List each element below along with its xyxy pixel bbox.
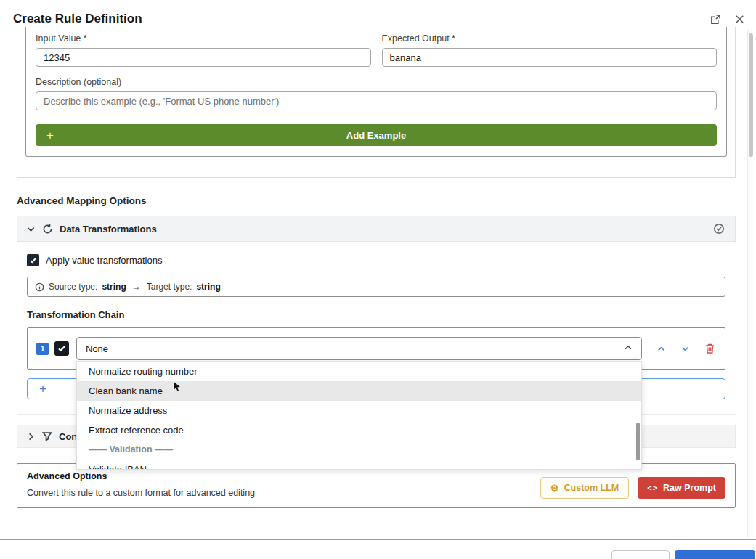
data-transformations-accordion: Data Transformations Apply value transfo… (17, 216, 736, 415)
dropdown-scrollbar[interactable] (636, 423, 640, 460)
filter-icon (42, 431, 52, 441)
transformation-select[interactable]: None (76, 337, 642, 360)
move-step-up-icon[interactable] (657, 344, 666, 354)
advanced-options-heading: Advanced Options (27, 471, 540, 481)
data-transformations-label: Data Transformations (60, 224, 157, 234)
apply-transformations-label: Apply value transformations (46, 255, 162, 266)
create-rule-definition-dialog: Create Rule Definition Add New Example I… (0, 0, 756, 559)
chevron-right-icon (26, 432, 36, 441)
check-circle-icon (713, 223, 725, 234)
delete-step-icon[interactable] (704, 343, 715, 354)
expected-output-field[interactable] (382, 48, 718, 67)
step-enabled-checkbox[interactable] (54, 341, 69, 356)
transformation-select-value: None (86, 343, 624, 354)
chain-step-row: 1 None (36, 337, 716, 360)
info-icon (35, 282, 44, 292)
plus-icon: + (46, 129, 54, 142)
advanced-options-card: Advanced Options Convert this rule to a … (17, 463, 736, 508)
arrow-right-icon: → (132, 282, 141, 292)
source-type-label: Source type: (49, 282, 97, 292)
add-example-label: Add Example (36, 130, 717, 141)
expand-dialog-icon[interactable] (710, 13, 722, 25)
code-icon: <> (647, 483, 658, 492)
expected-output-label: Expected Output * (382, 33, 718, 44)
data-transformations-body: Apply value transformations Source type:… (17, 242, 736, 415)
description-label: Description (optional) (36, 77, 717, 87)
transformation-chain-container: 1 None (27, 327, 725, 370)
save-rule-button[interactable]: ✓ Save Rule (675, 550, 755, 559)
chevron-down-icon (26, 224, 36, 234)
add-new-example-card: Add New Example Input Value * Expected O… (25, 27, 727, 157)
cancel-button[interactable]: ✕ Cancel (611, 550, 670, 559)
transformation-dropdown-menu: Normalize routing number Clean bank name… (76, 361, 642, 470)
dialog-scrollbar-track[interactable] (747, 29, 753, 537)
input-value-field[interactable] (36, 48, 371, 67)
examples-section: Add New Example Input Value * Expected O… (17, 27, 736, 178)
step-number-badge: 1 (36, 343, 49, 355)
dropdown-option[interactable]: Normalize address (77, 401, 641, 420)
dialog-scrollbar-thumb[interactable] (749, 33, 753, 157)
dropdown-option[interactable]: Normalize routing number (77, 362, 641, 381)
move-step-down-icon[interactable] (680, 344, 690, 354)
transformation-chain-heading: Transformation Chain (27, 309, 725, 320)
advanced-mapping-heading: Advanced Mapping Options (17, 195, 736, 206)
add-example-button[interactable]: + Add Example (36, 124, 717, 146)
description-field[interactable] (36, 91, 717, 110)
dropdown-option[interactable]: Extract reference code (77, 420, 641, 440)
dropdown-option-highlighted[interactable]: Clean bank name (77, 381, 641, 401)
refresh-icon (42, 224, 53, 234)
checkbox-checked-icon[interactable] (27, 254, 39, 266)
chevron-up-icon (624, 342, 633, 355)
close-icon[interactable] (733, 13, 746, 25)
type-info-banner: Source type: string → Target type: strin… (27, 277, 725, 297)
dialog-footer: ✕ Cancel ✓ Save Rule (0, 539, 756, 559)
dialog-title: Create Rule Definition (13, 12, 142, 26)
raw-prompt-button[interactable]: <> Raw Prompt (638, 477, 725, 499)
target-type-label: Target type: (147, 282, 192, 292)
apply-transformations-checkbox-row[interactable]: Apply value transformations (27, 254, 725, 266)
plus-icon: + (39, 383, 46, 395)
dropdown-group-label: —— Validation —— (77, 440, 641, 460)
target-type-value: string (196, 282, 220, 292)
gear-icon: ⚙ (550, 483, 559, 494)
dropdown-option[interactable]: Validate IBAN (77, 460, 641, 470)
custom-llm-button[interactable]: ⚙ Custom LLM (540, 477, 629, 499)
source-type-value: string (102, 282, 126, 292)
custom-llm-label: Custom LLM (564, 483, 619, 493)
input-value-label: Input Value * (36, 33, 371, 44)
advanced-options-description: Convert this rule to a custom format for… (27, 488, 540, 498)
raw-prompt-label: Raw Prompt (663, 483, 716, 493)
dialog-scroll-area[interactable]: Add New Example Input Value * Expected O… (0, 27, 756, 539)
data-transformations-header[interactable]: Data Transformations (17, 216, 736, 242)
